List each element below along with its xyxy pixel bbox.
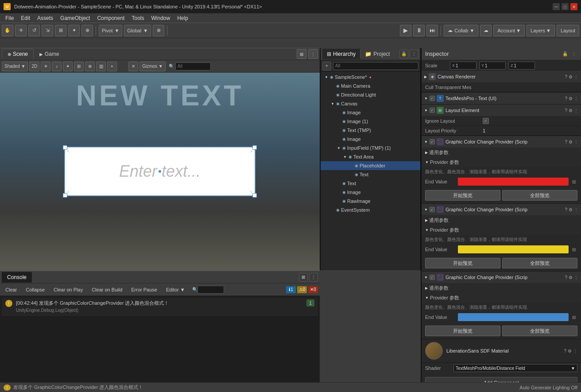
material-menu[interactable]: ⋮ (573, 349, 577, 353)
console-editor-btn[interactable]: Editor ▼ (163, 285, 189, 295)
gc3-start-preview-btn[interactable]: 开始预览 (425, 326, 500, 336)
handle-br[interactable] (252, 193, 257, 198)
tree-item[interactable]: ◉ Text (321, 170, 420, 179)
layout-button[interactable]: Layout (557, 25, 579, 36)
gc1-general-header[interactable]: ▶ 通用参数 (422, 147, 581, 157)
gc2-color-bar[interactable] (458, 245, 569, 253)
tree-item[interactable]: ◉ Image (321, 108, 420, 117)
tab-project[interactable]: 📁 Project (360, 49, 394, 59)
canvas-renderer-menu[interactable]: ⋮ (574, 74, 578, 79)
gc1-color-picker-icon[interactable]: ⊟ (570, 178, 577, 185)
gc1-help[interactable]: ? (565, 140, 567, 144)
account-button[interactable]: Account ▼ (493, 25, 525, 36)
gc1-checkbox[interactable]: ✓ (430, 139, 435, 144)
menu-window[interactable]: Window (147, 14, 174, 22)
tree-item[interactable]: ▼ ◉ Text Area (321, 152, 420, 161)
gc1-provider-header[interactable]: ▼ Provider 参数 (422, 157, 581, 167)
console-clear-btn[interactable]: Clear (2, 285, 20, 295)
scene-btn7[interactable]: ▥ (96, 62, 106, 71)
inspector-lock-btn[interactable]: 🔓 (562, 50, 569, 58)
gc1-start-preview-btn[interactable]: 开始预览 (425, 190, 500, 201)
tree-item[interactable]: ▼ ◉ SampleScene* ● (321, 73, 420, 82)
hierarchy-search-input[interactable] (333, 62, 418, 70)
tab-game[interactable]: ▶ Game (34, 49, 65, 59)
rect-tool[interactable]: ⊞ (55, 25, 66, 36)
scene-search-input[interactable] (175, 62, 211, 70)
console-search-input[interactable] (198, 286, 224, 294)
scene-btn9[interactable]: ✕ (128, 62, 138, 71)
canvas-renderer-header[interactable]: ▶ ◈ Canvas Renderer ? ⚙ ⋮ (422, 71, 581, 82)
material-help[interactable]: ? (564, 349, 566, 353)
gc3-color-picker-icon[interactable]: ⊟ (570, 314, 577, 321)
scale-tool[interactable]: ⇲ (42, 25, 53, 36)
console-collapse-btn[interactable]: Collapse (22, 285, 48, 295)
menu-edit[interactable]: Edit (17, 14, 34, 22)
gc2-general-header[interactable]: ▶ 通用参数 (422, 215, 581, 225)
tree-item[interactable]: ◉ Image (321, 135, 420, 144)
hier-menu-btn[interactable]: ⋮ (410, 50, 418, 58)
console-log-row[interactable]: ! [00:42:44] 发现多个 GraphicColorChangeProv… (2, 298, 318, 316)
gc1-settings[interactable]: ⚙ (569, 140, 573, 144)
pause-button[interactable]: ⏸ (413, 25, 425, 36)
menu-tools[interactable]: Tools (128, 14, 147, 22)
pivot-dropdown[interactable]: Pivot ▼ (99, 25, 122, 36)
graphic-color-1-header[interactable]: ▼ ✓ ⬛ Graphic Color Change Provider (Scr… (422, 136, 581, 147)
add-component-btn[interactable]: Add Component (425, 377, 577, 382)
gc2-checkbox[interactable]: ✓ (430, 207, 435, 212)
layout-checkbox[interactable]: ✓ (430, 108, 435, 113)
gc1-menu[interactable]: ⋮ (574, 140, 578, 144)
custom-tool2[interactable]: ⊗ (153, 25, 164, 36)
hand-tool[interactable]: ✋ (2, 25, 13, 36)
tree-item[interactable]: ◉ Directional Light (321, 90, 420, 99)
console-maximize-btn[interactable]: ⊠ (299, 273, 308, 282)
gc3-help[interactable]: ? (565, 275, 567, 280)
tree-item[interactable]: ◉ Placeholder (321, 161, 420, 170)
textmeshpro-header[interactable]: ▼ ✓ T TextMeshPro - Text (UI) ? ⚙ ⋮ (422, 93, 581, 104)
close-button[interactable]: ✕ (570, 3, 577, 10)
2d-toggle[interactable]: 2D (29, 62, 39, 71)
handle-bl[interactable] (63, 193, 67, 198)
gc3-all-preview-btn[interactable]: 全部预览 (502, 326, 577, 336)
console-clear-build-btn[interactable]: Clear on Build (88, 285, 126, 295)
gc2-help[interactable]: ? (565, 207, 567, 212)
tree-item[interactable]: ▼ ◉ InputField (TMP) (1) (321, 144, 420, 152)
menu-component[interactable]: Component (93, 14, 128, 22)
shaded-dropdown[interactable]: Shaded ▼ (2, 62, 28, 71)
ignore-layout-check[interactable]: ✓ (483, 118, 489, 124)
graphic-color-3-header[interactable]: ▼ ✓ ⬛ Graphic Color Change Provider (Scr… (422, 272, 581, 283)
tree-item[interactable]: ◉ Text (321, 179, 420, 188)
gc3-menu[interactable]: ⋮ (574, 275, 578, 280)
gc1-color-bar[interactable] (458, 178, 569, 186)
tree-item[interactable]: ◉ Image (1) (321, 117, 420, 126)
tmp-settings[interactable]: ⚙ (569, 96, 573, 101)
canvas-renderer-settings[interactable]: ⚙ (569, 74, 573, 79)
gizmos-dropdown[interactable]: Gizmos ▼ (139, 62, 166, 71)
light-btn[interactable]: ☀ (41, 62, 50, 71)
scene-maximize-btn[interactable]: ⊠ (297, 49, 306, 59)
tmp-help[interactable]: ? (565, 96, 567, 101)
scene-btn8[interactable]: ⌖ (107, 62, 117, 71)
gc2-start-preview-btn[interactable]: 开始预览 (425, 258, 500, 268)
graphic-color-2-header[interactable]: ▼ ✓ ⬛ Graphic Color Change Provider (Scr… (422, 204, 581, 215)
collab-button[interactable]: ☁ Collab ▼ (444, 25, 478, 36)
move-tool[interactable]: ✛ (15, 25, 27, 36)
tree-item[interactable]: ◉ Image (321, 188, 420, 197)
gc3-provider-header[interactable]: ▼ Provider 参数 (422, 293, 581, 303)
canvas-renderer-help[interactable]: ? (565, 74, 567, 79)
global-dropdown[interactable]: Global ▼ (124, 25, 151, 36)
tree-item[interactable]: ◉ EventSystem (321, 206, 420, 214)
tree-item[interactable]: ◉ Text (TMP) (321, 126, 420, 135)
menu-file[interactable]: File (2, 14, 17, 22)
gc1-all-preview-btn[interactable]: 全部预览 (502, 190, 577, 201)
handle-tr[interactable] (252, 145, 257, 150)
tmp-checkbox[interactable]: ✓ (430, 96, 435, 101)
hier-lock-btn[interactable]: 🔓 (399, 50, 408, 58)
maximize-button[interactable]: □ (562, 3, 569, 10)
menu-gameobject[interactable]: GameObject (57, 14, 93, 22)
hier-add-btn[interactable]: + (322, 62, 331, 70)
scene-btn5[interactable]: ⊞ (74, 62, 84, 71)
minimize-button[interactable]: ─ (553, 3, 560, 10)
gc2-settings[interactable]: ⚙ (569, 207, 573, 212)
rotate-tool[interactable]: ↺ (28, 25, 40, 36)
inspector-menu-btn[interactable]: ⋮ (570, 50, 577, 58)
